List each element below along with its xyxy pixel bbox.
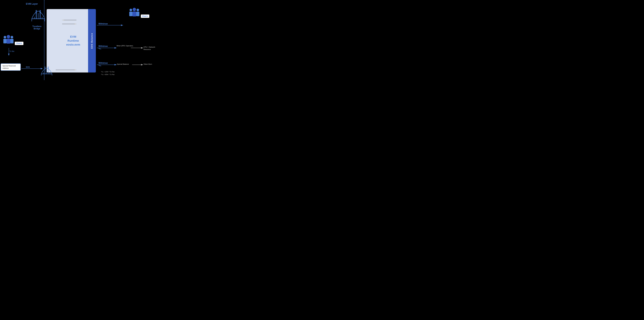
withdraw-v1-label: Withdraw [98, 45, 108, 47]
withdraw-v1-container: Withdraw *V₁ [98, 45, 108, 50]
v1-label: *V₁ [98, 48, 108, 50]
v2-label: *V₂ [98, 64, 108, 66]
miner-label: Miner (RPC Operator) [116, 45, 133, 47]
special-balance-label: Special Balance [117, 63, 129, 65]
footnote-v2: *V₂ = 90% * Tx Fee [101, 73, 114, 76]
token-burn-label: Token Burn [144, 63, 152, 65]
withdraw-v2-container: Withdraw *V₂ [98, 62, 108, 66]
special-reserved-address: Special Reserved Address [1, 63, 21, 71]
tx-fee-label: Tx fee [9, 50, 14, 52]
eos-arrow-label: EOS [26, 66, 30, 68]
footnotes: *V₁ = 10% * Tx Fee *V₂ = 90% * Tx Fee [101, 70, 114, 76]
diagram: EVM Layer EVM Runtime eosio.evm EOS Bala… [0, 0, 161, 80]
withdraw-top: Withdraw [98, 23, 108, 25]
withdraw-v2-label: Withdraw [98, 62, 108, 64]
cpu-network-label: CPU + Network Resource [144, 46, 161, 51]
footnote-v1: *V₁ = 10% * Tx Fee [101, 70, 114, 73]
arrows-svg [0, 0, 161, 80]
